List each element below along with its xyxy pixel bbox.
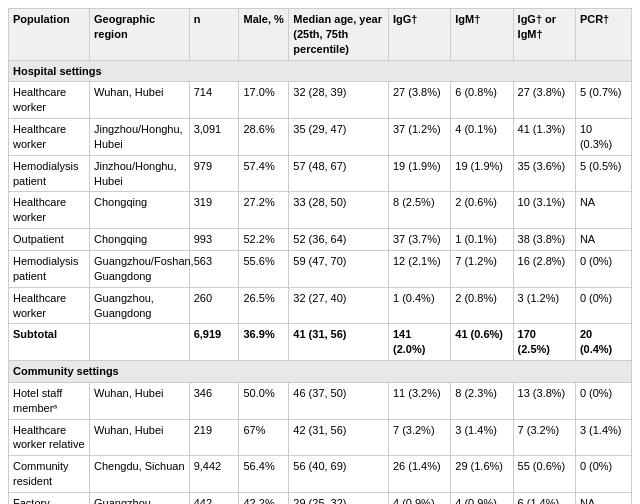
cell-igg: 26 (1.4%)	[388, 456, 450, 493]
cell-n: 219	[189, 419, 239, 456]
cell-either: 35 (3.6%)	[513, 155, 575, 192]
cell-median_age: 32 (28, 39)	[289, 82, 389, 119]
cell-either: 41 (1.3%)	[513, 119, 575, 156]
cell-region: Wuhan, Hubei	[89, 82, 189, 119]
cell-n: 563	[189, 250, 239, 287]
cell-igm: 29 (1.6%)	[451, 456, 513, 493]
cell-male: 56.4%	[239, 456, 289, 493]
header-n: n	[189, 9, 239, 61]
cell-igm: 4 (0.1%)	[451, 119, 513, 156]
cell-pcr: NA	[575, 492, 631, 504]
cell-n: 714	[189, 82, 239, 119]
cell-igg: 11 (3.2%)	[388, 382, 450, 419]
cell-igg: 19 (1.9%)	[388, 155, 450, 192]
cell-pcr: 0 (0%)	[575, 456, 631, 493]
table-row: Healthcare workerGuangzhou, Guangdong260…	[9, 287, 632, 324]
cell-median_age: 33 (28, 50)	[289, 192, 389, 229]
cell-igm: 2 (0.6%)	[451, 192, 513, 229]
table-row: Community residentChengdu, Sichuan9,4425…	[9, 456, 632, 493]
cell-igm: 7 (1.2%)	[451, 250, 513, 287]
table-row: Healthcare workerChongqing31927.2%33 (28…	[9, 192, 632, 229]
cell-region: Jinzhou/Honghu, Hubei	[89, 155, 189, 192]
subtotal-igm: 41 (0.6%)	[451, 324, 513, 361]
cell-region: Chengdu, Sichuan	[89, 456, 189, 493]
cell-igm: 8 (2.3%)	[451, 382, 513, 419]
section-label: Hospital settings	[9, 60, 632, 82]
cell-either: 16 (2.8%)	[513, 250, 575, 287]
cell-male: 27.2%	[239, 192, 289, 229]
cell-population: Outpatient	[9, 229, 90, 251]
cell-population: Community resident	[9, 456, 90, 493]
cell-pcr: 0 (0%)	[575, 287, 631, 324]
cell-igm: 19 (1.9%)	[451, 155, 513, 192]
cell-n: 260	[189, 287, 239, 324]
cell-either: 55 (0.6%)	[513, 456, 575, 493]
subtotal-label: Subtotal	[9, 324, 90, 361]
cell-male: 57.4%	[239, 155, 289, 192]
header-either: IgG† or IgM†	[513, 9, 575, 61]
cell-population: Hemodialysis patient	[9, 250, 90, 287]
section-label: Community settings	[9, 361, 632, 383]
subtotal-n: 6,919	[189, 324, 239, 361]
cell-population: Healthcare worker	[9, 287, 90, 324]
header-male: Male, %	[239, 9, 289, 61]
cell-pcr: 5 (0.5%)	[575, 155, 631, 192]
cell-region: Chongqing	[89, 192, 189, 229]
cell-igm: 1 (0.1%)	[451, 229, 513, 251]
cell-igg: 12 (2.1%)	[388, 250, 450, 287]
cell-male: 52.2%	[239, 229, 289, 251]
subtotal-either: 170 (2.5%)	[513, 324, 575, 361]
cell-pcr: 0 (0%)	[575, 382, 631, 419]
main-table: Population Geographic region n Male, % M…	[8, 8, 632, 504]
cell-pcr: NA	[575, 192, 631, 229]
table-row: Hemodialysis patientJinzhou/Honghu, Hube…	[9, 155, 632, 192]
cell-median_age: 35 (29, 47)	[289, 119, 389, 156]
cell-pcr: 0 (0%)	[575, 250, 631, 287]
cell-either: 6 (1.4%)	[513, 492, 575, 504]
header-igg: IgG†	[388, 9, 450, 61]
cell-region: Wuhan, Hubei	[89, 419, 189, 456]
cell-region: Jingzhou/Honghu, Hubei	[89, 119, 189, 156]
cell-median_age: 56 (40, 69)	[289, 456, 389, 493]
cell-region: Chongqing	[89, 229, 189, 251]
cell-median_age: 32 (27, 40)	[289, 287, 389, 324]
header-igm: IgM†	[451, 9, 513, 61]
cell-population: Hotel staff memberᵃ	[9, 382, 90, 419]
cell-igm: 6 (0.8%)	[451, 82, 513, 119]
section-header-row: Community settings	[9, 361, 632, 383]
subtotal-pcr: 20 (0.4%)	[575, 324, 631, 361]
cell-male: 67%	[239, 419, 289, 456]
cell-n: 346	[189, 382, 239, 419]
cell-population: Healthcare worker relative	[9, 419, 90, 456]
cell-median_age: 52 (36, 64)	[289, 229, 389, 251]
cell-either: 10 (3.1%)	[513, 192, 575, 229]
cell-either: 7 (3.2%)	[513, 419, 575, 456]
cell-n: 9,442	[189, 456, 239, 493]
cell-igg: 27 (3.8%)	[388, 82, 450, 119]
cell-n: 319	[189, 192, 239, 229]
cell-region: Guangzhou, Guangdong	[89, 492, 189, 504]
cell-pcr: NA	[575, 229, 631, 251]
header-population: Population	[9, 9, 90, 61]
cell-region: Guangzhou/Foshan, Guangdong	[89, 250, 189, 287]
cell-pcr: 3 (1.4%)	[575, 419, 631, 456]
header-median-age: Median age, year (25th, 75th percentile)	[289, 9, 389, 61]
cell-male: 17.0%	[239, 82, 289, 119]
cell-n: 3,091	[189, 119, 239, 156]
cell-either: 27 (3.8%)	[513, 82, 575, 119]
subtotal-male: 36.9%	[239, 324, 289, 361]
cell-igg: 1 (0.4%)	[388, 287, 450, 324]
table-row: Healthcare workerWuhan, Hubei71417.0%32 …	[9, 82, 632, 119]
cell-pcr: 10 (0.3%)	[575, 119, 631, 156]
cell-igg: 8 (2.5%)	[388, 192, 450, 229]
cell-population: Healthcare worker	[9, 192, 90, 229]
cell-median_age: 46 (37, 50)	[289, 382, 389, 419]
cell-igm: 2 (0.8%)	[451, 287, 513, 324]
table-row: Factory workerGuangzhou, Guangdong44242.…	[9, 492, 632, 504]
cell-male: 50.0%	[239, 382, 289, 419]
subtotal-igg: 141 (2.0%)	[388, 324, 450, 361]
cell-n: 993	[189, 229, 239, 251]
table-row: Hotel staff memberᵃWuhan, Hubei34650.0%4…	[9, 382, 632, 419]
cell-n: 442	[189, 492, 239, 504]
cell-n: 979	[189, 155, 239, 192]
